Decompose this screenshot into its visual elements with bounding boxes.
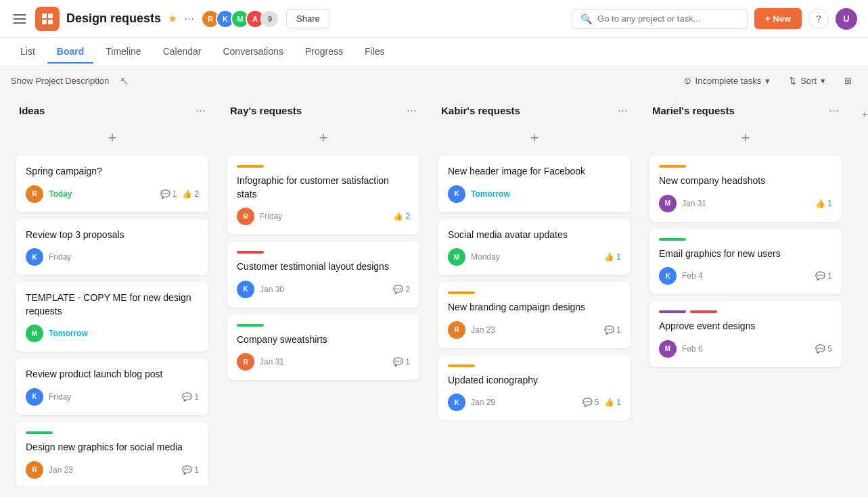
like-icon: 👍 (815, 199, 825, 208)
like-count: 👍1 (815, 199, 832, 208)
card-title: Review product launch blog post (26, 368, 199, 381)
card-date: Jan 31 (682, 199, 810, 208)
card-date: Friday (49, 392, 177, 402)
card-email-graphics[interactable]: Email graphics for new users K Feb 4 💬1 (649, 229, 842, 295)
avatar: R (448, 321, 465, 339)
add-card-mariels[interactable]: + (644, 123, 847, 156)
column-title-ideas: Ideas (19, 105, 45, 116)
add-card-ideas[interactable]: + (11, 123, 214, 156)
incomplete-tasks-filter[interactable]: ⊙ Incomplete tasks ▾ (679, 73, 776, 89)
column-more-rays[interactable]: ··· (407, 103, 417, 118)
search-input[interactable] (597, 14, 739, 24)
like-icon: 👍 (604, 252, 614, 262)
card-meta: 💬1 (182, 465, 199, 475)
add-card-button-rays[interactable]: + (311, 126, 336, 150)
card-meta: 💬5 👍1 (583, 398, 621, 407)
card-testimonial[interactable]: Customer testimonial layout designs K Ja… (227, 241, 419, 308)
card-date: Friday (260, 212, 388, 221)
star-icon[interactable]: ★ (168, 12, 177, 25)
card-title: Review top 3 proposals (26, 229, 199, 242)
like-icon: 👍 (182, 189, 192, 199)
sort-button[interactable]: ⇅ Sort ▾ (783, 73, 831, 89)
comment-count: 💬5 (815, 344, 832, 354)
card-review-proposals[interactable]: Review top 3 proposals K Friday (16, 219, 208, 276)
column-more-mariels[interactable]: ··· (829, 103, 839, 118)
comment-icon: 💬 (160, 189, 170, 199)
card-infographic[interactable]: Infographic for customer satisfaction st… (227, 156, 419, 235)
view-options-button[interactable]: ⊞ (839, 73, 857, 89)
show-project-description[interactable]: Show Project Description (11, 76, 109, 86)
card-footer: M Jan 31 👍1 (659, 195, 832, 212)
card-title: TEMPLATE - COPY ME for new design reques… (26, 291, 199, 318)
column-ideas: Ideas ··· + Spring campaign? R Today 💬1 … (11, 95, 214, 486)
add-card-rays[interactable]: + (222, 123, 425, 156)
search-bar[interactable]: 🔍 (572, 9, 748, 29)
card-meta: 👍1 (815, 199, 832, 208)
avatar: R (26, 461, 43, 479)
card-branding[interactable]: New branding campaign designs R Jan 23 💬… (438, 282, 631, 348)
card-review-launch[interactable]: Review product launch blog post K Friday… (16, 358, 208, 415)
card-title: Company sweatshirts (237, 333, 410, 347)
card-template[interactable]: TEMPLATE - COPY ME for new design reques… (16, 282, 208, 352)
more-options-icon[interactable]: ··· (184, 11, 194, 26)
card-meta: 💬1 (815, 271, 832, 281)
add-card-button-kabirs[interactable]: + (522, 126, 547, 150)
card-title: Design new graphics for social media (26, 441, 199, 454)
card-sweatshirts[interactable]: Company sweatshirts R Jan 31 💬1 (227, 314, 419, 381)
cursor-icon: ↖ (120, 74, 129, 87)
user-avatar[interactable]: U (836, 8, 857, 30)
like-count: 👍1 (604, 398, 621, 407)
card-footer: K Friday (26, 248, 199, 266)
tab-files[interactable]: Files (355, 41, 394, 64)
column-more-kabirs[interactable]: ··· (618, 103, 628, 118)
card-meta: 💬5 (815, 344, 832, 354)
card-title: Spring campaign? (26, 165, 199, 179)
menu-button[interactable] (11, 11, 28, 26)
card-date: Jan 30 (260, 285, 388, 294)
card-iconography[interactable]: Updated iconography K Jan 29 💬5 👍1 (438, 355, 631, 421)
tab-board[interactable]: Board (47, 41, 93, 64)
card-footer: R Friday 👍2 (237, 208, 410, 225)
column-kabirs: Kabir's requests ··· + New header image … (433, 95, 636, 486)
card-headshots[interactable]: New company headshots M Jan 31 👍1 (649, 156, 842, 222)
tab-timeline[interactable]: Timeline (96, 41, 150, 64)
card-footer: K Feb 4 💬1 (659, 267, 832, 285)
card-accent-left (659, 310, 686, 313)
tab-list[interactable]: List (11, 41, 45, 64)
add-card-button-mariels[interactable]: + (733, 126, 758, 150)
sort-chevron-icon: ▾ (821, 76, 825, 86)
card-social-graphics[interactable]: Design new graphics for social media R J… (16, 422, 208, 486)
card-event-designs[interactable]: Approve event designs M Feb 6 💬5 (649, 301, 842, 367)
new-button[interactable]: + New (754, 8, 802, 29)
help-button[interactable]: ? (808, 9, 829, 29)
add-column: + + Add co (855, 95, 868, 486)
search-icon: 🔍 (580, 14, 592, 24)
column-title-kabirs: Kabir's requests (441, 105, 520, 116)
card-title: Approve event designs (659, 320, 832, 333)
avatar: K (26, 388, 43, 406)
tab-progress[interactable]: Progress (296, 41, 352, 64)
header-right: 🔍 + New ? U (572, 8, 857, 30)
card-footer: R Jan 23 💬1 (26, 461, 199, 479)
card-footer: K Jan 29 💬5 👍1 (448, 394, 621, 411)
card-title: Social media avatar updates (448, 229, 621, 242)
card-accent-right (690, 310, 717, 313)
card-social-avatar[interactable]: Social media avatar updates M Monday 👍1 (438, 219, 631, 276)
card-meta: 💬1 (393, 357, 410, 366)
card-header-image[interactable]: New header image for Facebook K Tomorrow (438, 156, 631, 212)
card-footer: K Tomorrow (448, 185, 621, 203)
like-count: 👍2 (393, 212, 410, 221)
add-column-button[interactable]: + + Add co (855, 105, 868, 124)
tab-calendar[interactable]: Calendar (154, 41, 211, 64)
column-mariels: Mariel's requests ··· + New company head… (644, 95, 847, 486)
svg-rect-1 (48, 14, 53, 18)
card-footer: K Jan 30 💬2 (237, 281, 410, 298)
column-more-ideas[interactable]: ··· (196, 103, 206, 118)
card-accent (237, 251, 264, 254)
add-card-button-ideas[interactable]: + (100, 126, 124, 150)
add-card-kabirs[interactable]: + (433, 123, 636, 156)
share-button[interactable]: Share (286, 9, 330, 28)
tab-conversations[interactable]: Conversations (213, 41, 293, 64)
card-spring-campaign[interactable]: Spring campaign? R Today 💬1 👍2 (16, 156, 208, 212)
card-footer: M Monday 👍1 (448, 248, 621, 266)
